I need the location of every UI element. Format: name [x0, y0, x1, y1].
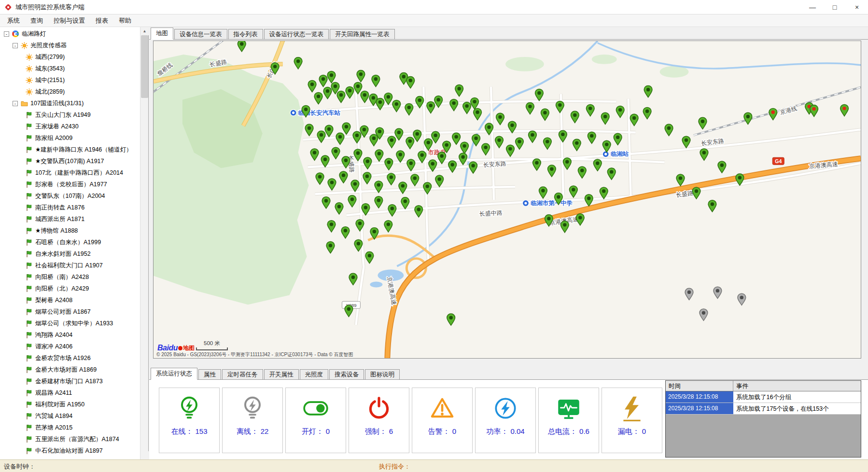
app-window: 城市照明监控系统客户端 — □ × 系统查询控制与设置报表帮助 -临湘路灯-光照…	[0, 0, 868, 472]
main-tab-0[interactable]: 地图	[151, 28, 173, 40]
tree-root[interactable]: -临湘路灯	[0, 28, 140, 40]
flag-icon	[25, 123, 33, 130]
tree-item-1-11[interactable]: 石咀桥（自来水）A1999	[0, 236, 140, 248]
status-card-offline: 离线：22	[222, 388, 283, 453]
tree-item-1-19[interactable]: 鸿翔路 A2404	[0, 329, 140, 341]
tree-item-1-21[interactable]: 金桥农贸市场 A1926	[0, 352, 140, 364]
close-button[interactable]: ×	[846, 0, 868, 14]
tree-item-1-3[interactable]: ★建新中路路口东 A1946（辅道灯）	[0, 144, 140, 155]
event-time: 2025/3/28 12:15:08	[666, 391, 733, 403]
tree-item-0-0-label: 城西(2799)	[35, 53, 65, 61]
tree-group-1[interactable]: -107国道沿线(31/31)	[0, 97, 140, 109]
menu-item-2[interactable]: 控制与设置	[48, 15, 90, 26]
tree-item-1-29[interactable]: 中石化加油站对面 A1897	[0, 445, 140, 457]
tree-item-1-7[interactable]: 交警队东（107南）A2004	[0, 190, 140, 202]
main-tab-3[interactable]: 设备运行状态一览表	[264, 29, 329, 40]
tree-item-1-23[interactable]: 金桥建材市场门口 A1873	[0, 375, 140, 387]
tree-item-1-14[interactable]: 向阳桥（南）A2428	[0, 271, 140, 283]
map-view[interactable]: 长盛路长白路詹桥线临湘长安汽车站市政府长盛路长安东路临湘站长安东路京港线G4京港…	[153, 41, 861, 359]
status-card-online: 在线：153	[159, 388, 220, 453]
bottom-tab-2[interactable]: 定时器任务	[222, 369, 263, 380]
tree-item-1-28-label: 五里派出所（富源汽配）A1874	[35, 435, 119, 444]
tree-item-1-23-label: 金桥建材市场门口 A1873	[35, 377, 103, 386]
tree-item-1-4[interactable]: ★交警队西(107南) A1917	[0, 155, 140, 167]
flag-icon	[25, 134, 33, 142]
main-tab-2[interactable]: 指令列表	[228, 29, 263, 40]
tree-item-1-11-label: 石咀桥（自来水）A1999	[35, 238, 101, 247]
tree-item-1-6[interactable]: 彭家巷（党校后面）A1977	[0, 179, 140, 190]
tree-group-0[interactable]: -光照度传感器	[0, 40, 140, 51]
tree-item-1-0[interactable]: 五尖山大门东 A1949	[0, 109, 140, 121]
flag-icon	[25, 250, 33, 258]
status-card-current-label: 总电流：0.6	[548, 427, 589, 436]
tree-item-1-2[interactable]: 陈家组 A2009	[0, 132, 140, 144]
tree-item-1-20[interactable]: 谭家冲 A2406	[0, 341, 140, 352]
expander-icon[interactable]: -	[13, 101, 18, 106]
tree-item-1-15[interactable]: 向阳桥（北）A2429	[0, 283, 140, 294]
menu-item-3[interactable]: 报表	[90, 15, 113, 26]
scroll-up-icon[interactable]: ▲	[140, 27, 149, 35]
expander-icon[interactable]: -	[13, 43, 18, 48]
meter-icon	[555, 394, 583, 422]
tree-item-1-22[interactable]: 金桥大市场对面 A1869	[0, 364, 140, 375]
bottom-tab-3[interactable]: 开关属性	[264, 369, 299, 380]
scrollbar-thumb[interactable]	[141, 35, 148, 98]
bottom-tab-5[interactable]: 搜索设备	[329, 369, 364, 380]
bottom-tab-4[interactable]: 光照度	[300, 369, 329, 380]
tree-item-0-2[interactable]: 城中(2151)	[0, 74, 140, 86]
status-card-power-label: 功率：0.04	[486, 427, 524, 436]
expander-icon[interactable]: -	[4, 31, 9, 37]
event-time-header: 时间	[666, 381, 733, 391]
tree-item-1-18[interactable]: 烟草公司（求知中学）A1933	[0, 318, 140, 329]
tree-item-1-27[interactable]: 芭茅塘 A2015	[0, 422, 140, 433]
main-tab-1[interactable]: 设备信息一览表	[174, 29, 227, 40]
tree-item-1-28[interactable]: 五里派出所（富源汽配）A1874	[0, 433, 140, 445]
flag-icon	[25, 238, 33, 246]
maximize-button[interactable]: □	[824, 0, 846, 14]
tree-item-1-13[interactable]: 社会福利院大门口 A1907	[0, 260, 140, 271]
event-row-0[interactable]: 2025/3/28 12:15:08系统加载了16个分组	[666, 391, 861, 403]
flag-icon	[25, 180, 33, 188]
tree-item-1-10[interactable]: ★博物馆 A1888	[0, 225, 140, 236]
main-tab-4[interactable]: 开关回路属性一览表	[330, 29, 395, 40]
tree-item-1-5[interactable]: 107北（建新中路路口西）A2014	[0, 167, 140, 179]
bottom-tab-1[interactable]: 属性	[198, 369, 221, 380]
card-label-text: 漏电：	[618, 427, 640, 435]
scroll-down-icon[interactable]	[140, 451, 149, 459]
status-card-lamp-on-label: 开灯：0	[302, 427, 330, 436]
tree-item-1-8[interactable]: 南正街转盘 A1876	[0, 202, 140, 213]
flag-icon	[25, 366, 33, 374]
menu-item-0[interactable]: 系统	[2, 15, 25, 26]
tree-item-0-1[interactable]: 城东(3543)	[0, 63, 140, 74]
tree-item-0-3[interactable]: 城北(2859)	[0, 86, 140, 97]
map-label-poi-school: 临湘市第一中学	[522, 200, 573, 207]
tree-item-1-24[interactable]: 观昌路 A2411	[0, 387, 140, 399]
flag-icon	[25, 111, 33, 119]
tree-item-1-25[interactable]: 福利院对面 A1950	[0, 399, 140, 410]
tree-item-1-17[interactable]: 烟草公司对面 A1867	[0, 306, 140, 318]
tree-item-1-17-label: 烟草公司对面 A1867	[35, 308, 91, 316]
flag-icon	[25, 146, 33, 153]
tree-item-0-0[interactable]: 城西(2799)	[0, 51, 140, 63]
bottom-tab-6[interactable]: 图标说明	[365, 369, 400, 380]
card-value: 0	[452, 427, 456, 435]
minimize-button[interactable]: —	[801, 0, 824, 14]
bolt-circle-icon	[491, 394, 519, 422]
tree-item-1-12[interactable]: 自来水斜对面 A1952	[0, 248, 140, 260]
card-label-text: 强制：	[365, 427, 387, 435]
svg-text:G4: G4	[775, 159, 782, 164]
event-row-1[interactable]: 2025/3/28 12:15:08系统加载了175个设备，在线153个	[666, 403, 861, 415]
baidu-map-word: 地图	[183, 344, 195, 352]
bottom-tab-0[interactable]: 系统运行状态	[151, 368, 197, 380]
menu-item-4[interactable]: 帮助	[113, 15, 137, 26]
flag-icon	[25, 262, 33, 269]
tree-item-1-18-label: 烟草公司（求知中学）A1933	[35, 319, 113, 328]
tree-item-1-9[interactable]: 城西派出所 A1871	[0, 213, 140, 225]
sidebar-scrollbar[interactable]: ▲	[140, 27, 148, 459]
map-canvas[interactable]: 长盛路长白路詹桥线临湘长安汽车站市政府长盛路长安东路临湘站长安东路京港线G4京港…	[154, 41, 861, 358]
tree-item-1-26[interactable]: 汽贸城 A1894	[0, 410, 140, 422]
tree-item-1-16[interactable]: 梨树巷 A2408	[0, 294, 140, 306]
tree-item-1-24-label: 观昌路 A2411	[35, 389, 72, 397]
menu-item-1[interactable]: 查询	[25, 15, 48, 26]
tree-item-1-1[interactable]: 王家垅巷 A2430	[0, 121, 140, 132]
